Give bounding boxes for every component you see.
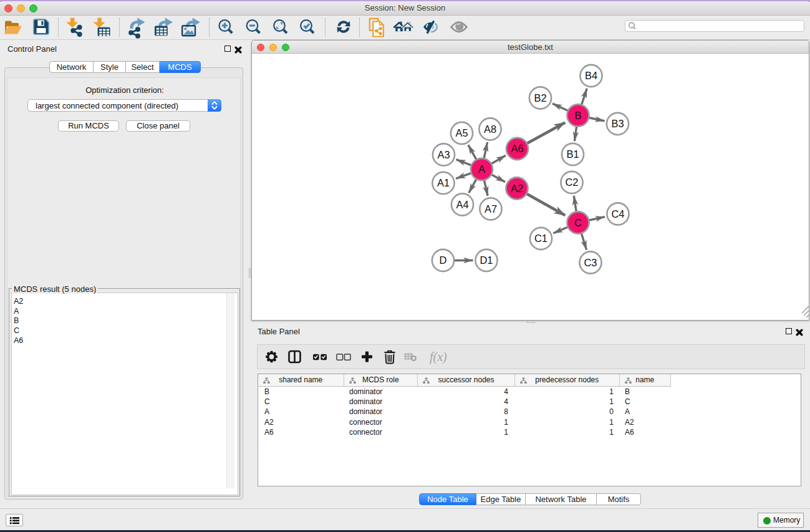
svg-text:B2: B2	[534, 92, 546, 104]
svg-text:B: B	[574, 110, 581, 121]
svg-text:A1: A1	[437, 177, 450, 188]
svg-text:A2: A2	[511, 183, 523, 194]
svg-text:B3: B3	[611, 118, 624, 129]
svg-text:C3: C3	[584, 257, 597, 268]
svg-text:B4: B4	[585, 70, 597, 81]
svg-text:C: C	[574, 217, 582, 228]
svg-text:C1: C1	[534, 233, 547, 244]
svg-text:A: A	[478, 163, 485, 175]
svg-text:A4: A4	[456, 199, 468, 210]
svg-text:A5: A5	[455, 127, 468, 138]
svg-text:A8: A8	[484, 123, 496, 135]
svg-text:C4: C4	[611, 208, 624, 220]
svg-text:A6: A6	[511, 143, 523, 154]
svg-text:C2: C2	[565, 177, 578, 188]
svg-text:A7: A7	[485, 203, 497, 215]
svg-text:f(x): f(x)	[430, 350, 447, 364]
svg-text:D: D	[440, 254, 447, 266]
svg-text:D1: D1	[480, 254, 493, 266]
svg-text:A3: A3	[437, 149, 450, 160]
svg-text:B1: B1	[566, 148, 579, 160]
